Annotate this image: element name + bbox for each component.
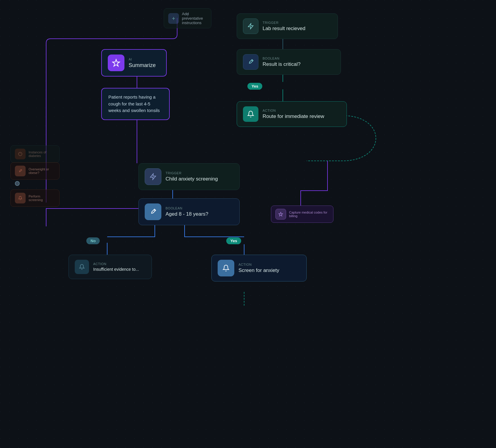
insufficient-evidence-node: Action Insufficient evidence to... xyxy=(68,255,152,279)
patient-text-content: Patient reports having a cough for the l… xyxy=(108,94,160,113)
yes-label-2: Yes xyxy=(226,237,241,244)
lab-result-trigger-node: Trigger Lab result recieved xyxy=(237,13,338,39)
capture-codes-node: Capture medical codes for billing xyxy=(271,206,333,223)
aged-boolean-node: Boolean Aged 8 - 18 years? xyxy=(138,198,240,225)
patient-text-bubble: Patient reports having a cough for the l… xyxy=(101,88,170,120)
diabetes-label: Instances of diabetes xyxy=(29,150,55,158)
child-anxiety-trigger-node: Trigger Child anxiety screening xyxy=(138,163,240,190)
add-preventative-node: Add preventative instructions xyxy=(164,8,211,28)
no-badge: No xyxy=(86,237,100,244)
lab-result-label: Lab result recieved xyxy=(263,26,305,32)
screen-anxiety-node: Action Screen for anxiety xyxy=(211,255,307,281)
screen-anxiety-label: Screen for anxiety xyxy=(238,267,279,273)
yes-label-1: Yes xyxy=(247,83,262,90)
connector-circle xyxy=(15,181,20,186)
result-critical-label: Result is critical? xyxy=(263,61,301,67)
aged-label: Aged 8 - 18 years? xyxy=(166,211,208,217)
perform-screening-label: Perform screening xyxy=(29,195,55,202)
lab-result-type-label: Trigger xyxy=(263,21,305,24)
summarize-type-label: AI xyxy=(129,57,156,61)
summarize-node: AI Summarize xyxy=(101,49,167,77)
result-critical-type-label: Boolean xyxy=(263,57,301,60)
no-label: No xyxy=(86,237,100,244)
insufficient-label: Insufficient evidence to... xyxy=(93,267,139,272)
yes-badge-1: Yes xyxy=(247,83,262,90)
overweight-label: Overweight or obese? xyxy=(29,167,55,175)
summarize-label: Summarize xyxy=(129,62,156,69)
perform-screening-node: Perform screening xyxy=(10,189,60,207)
child-anxiety-type-label: Trigger xyxy=(166,171,218,175)
add-preventative-label: Add preventative instructions xyxy=(182,12,207,25)
diabetes-node: Instances of diabetes xyxy=(10,145,60,163)
aged-type-label: Boolean xyxy=(166,206,208,210)
screen-anxiety-type-label: Action xyxy=(238,263,279,266)
overweight-node: Overweight or obese? xyxy=(10,162,60,180)
route-immediate-type-label: Action xyxy=(263,109,324,112)
route-immediate-node: Action Route for immediate review xyxy=(237,101,347,127)
capture-codes-label: Capture medical codes for billing xyxy=(289,211,329,218)
yes-badge-2: Yes xyxy=(226,237,241,244)
child-anxiety-label: Child anxiety screening xyxy=(166,176,218,182)
route-immediate-label: Route for immediate review xyxy=(263,113,324,119)
result-critical-node: Boolean Result is critical? xyxy=(237,49,341,75)
insufficient-type-label: Action xyxy=(93,262,139,266)
